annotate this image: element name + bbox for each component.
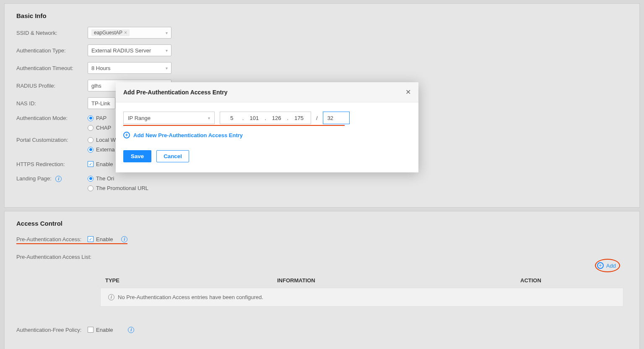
preauth-access-label: Pre-Authentication Access: <box>16 236 88 242</box>
ip-address-input[interactable]: . . . <box>220 112 311 124</box>
auth-type-label: Authentication Type: <box>16 47 88 54</box>
landing-promo-radio[interactable]: The Promotional URL <box>88 185 148 191</box>
landing-label: Landing Page: i <box>16 175 88 182</box>
portal-local-radio[interactable]: Local W <box>88 137 116 143</box>
https-enable-checkbox[interactable]: ✓ Enable <box>88 161 113 167</box>
annotation-circle <box>595 259 620 272</box>
preauth-list-label: Pre-Authentication Access List: <box>16 254 100 260</box>
chevron-down-icon: ▾ <box>208 116 210 120</box>
ip-octet-4[interactable] <box>291 115 307 122</box>
preauth-enable-checkbox[interactable]: ✓ Enable <box>88 236 113 242</box>
preauth-table: TYPE INFORMATION ACTION i No Pre-Authent… <box>100 273 623 307</box>
mask-input-wrap[interactable] <box>323 112 350 124</box>
nas-id-label: NAS ID: <box>16 100 88 107</box>
nas-id-input[interactable]: TP-Link <box>88 97 115 109</box>
save-button[interactable]: Save <box>123 150 151 162</box>
auth-timeout-select[interactable]: 8 Hours ▾ <box>88 62 171 74</box>
ssid-remove-icon[interactable]: × <box>124 30 127 36</box>
auth-timeout-label: Authentication Timeout: <box>16 65 88 71</box>
landing-original-radio[interactable]: The Ori <box>88 175 114 182</box>
chevron-down-icon: ▾ <box>166 66 168 70</box>
auth-type-select[interactable]: External RADIUS Server ▾ <box>88 44 171 56</box>
modal-title: Add Pre-Authentication Access Entry <box>123 89 227 96</box>
col-info: INFORMATION <box>277 277 520 284</box>
add-new-entry-button[interactable]: + Add New Pre-Authentication Access Entr… <box>123 132 243 138</box>
auth-mode-chap-radio[interactable]: CHAP <box>88 125 111 131</box>
cancel-button[interactable]: Cancel <box>156 150 189 162</box>
col-type: TYPE <box>105 277 277 284</box>
access-control-title: Access Control <box>16 220 628 227</box>
basic-info-title: Basic Info <box>16 12 628 19</box>
info-icon[interactable]: i <box>128 327 134 333</box>
access-control-panel: Access Control Pre-Authentication Access… <box>4 211 640 349</box>
portal-external-radio[interactable]: Externa <box>88 146 115 153</box>
info-icon: i <box>108 294 114 300</box>
radius-profile-label: RADIUS Profile: <box>16 83 88 89</box>
ip-octet-2[interactable] <box>246 115 262 122</box>
col-action: ACTION <box>520 277 618 284</box>
mask-input[interactable] <box>327 115 346 122</box>
auth-mode-pap-radio[interactable]: PAP <box>88 115 106 121</box>
portal-label: Portal Customization: <box>16 137 88 143</box>
chevron-down-icon: ▾ <box>166 31 168 35</box>
ip-octet-1[interactable] <box>224 115 240 122</box>
auth-free-label: Authentication-Free Policy: <box>16 327 88 333</box>
empty-table-row: i No Pre-Authentication Access entries h… <box>100 288 623 307</box>
info-icon[interactable]: i <box>121 236 127 242</box>
close-icon[interactable]: ✕ <box>405 88 411 96</box>
ip-octet-3[interactable] <box>269 115 285 122</box>
ssid-label: SSID & Network: <box>16 30 88 36</box>
auth-free-enable-checkbox[interactable]: Enable <box>88 327 113 333</box>
annotation-underline <box>123 125 345 126</box>
plus-icon: + <box>123 132 130 138</box>
chevron-down-icon: ▾ <box>166 48 168 53</box>
add-preauth-modal: Add Pre-Authentication Access Entry ✕ IP… <box>116 82 418 172</box>
auth-mode-label: Authentication Mode: <box>16 115 88 121</box>
ssid-select[interactable]: eapGuestAP× ▾ <box>88 27 171 39</box>
info-icon[interactable]: i <box>55 176 62 182</box>
entry-type-select[interactable]: IP Range ▾ <box>123 112 215 124</box>
https-label: HTTPS Redirection: <box>16 161 88 167</box>
